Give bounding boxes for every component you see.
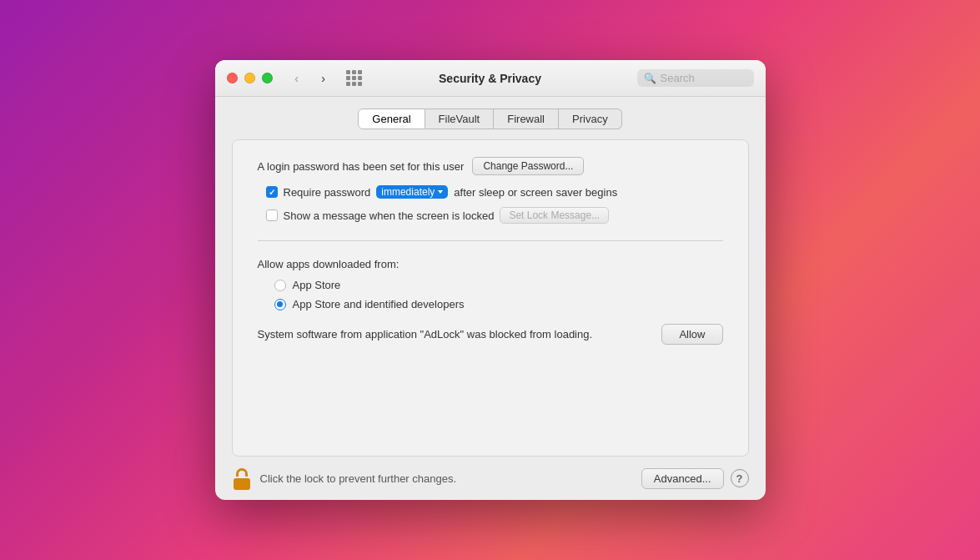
help-button[interactable]: ? (731, 469, 749, 487)
search-placeholder: Search (661, 72, 695, 84)
search-icon: 🔍 (644, 73, 656, 84)
tabs-bar: General FileVault Firewall Privacy (215, 97, 766, 129)
require-password-row: Require password immediately after sleep… (266, 185, 723, 199)
change-password-button[interactable]: Change Password... (472, 157, 584, 175)
nav-buttons: ‹ › (286, 70, 334, 87)
app-store-developers-label: App Store and identified developers (293, 298, 465, 310)
fullscreen-button[interactable] (262, 73, 273, 83)
back-button[interactable]: ‹ (286, 70, 308, 87)
tab-privacy[interactable]: Privacy (559, 108, 622, 129)
immediately-dropdown[interactable]: immediately (376, 185, 448, 199)
minimize-button[interactable] (244, 73, 255, 83)
app-grid-icon[interactable] (346, 70, 362, 86)
advanced-button[interactable]: Advanced... (641, 468, 724, 489)
login-password-section: A login password has been set for this u… (258, 157, 723, 175)
tab-filevault[interactable]: FileVault (425, 108, 495, 129)
titlebar: ‹ › Security & Privacy 🔍 Search (215, 60, 766, 97)
immediately-label: immediately (381, 186, 435, 198)
section-divider (258, 240, 723, 241)
lock-icon[interactable] (232, 467, 252, 490)
app-store-radio-row: App Store (274, 279, 723, 291)
set-lock-message-button: Set Lock Message... (500, 207, 609, 224)
lock-body (234, 478, 250, 490)
allow-button[interactable]: Allow (661, 324, 722, 345)
window-title: Security & Privacy (439, 72, 541, 85)
show-message-row: Show a message when the screen is locked… (266, 207, 723, 224)
content-area: A login password has been set for this u… (232, 139, 749, 457)
require-password-label: Require password (284, 186, 371, 199)
main-window: ‹ › Security & Privacy 🔍 Search General … (215, 60, 766, 500)
tab-firewall[interactable]: Firewall (494, 108, 559, 129)
lock-label: Click the lock to prevent further change… (260, 472, 457, 485)
allow-apps-title: Allow apps downloaded from: (258, 258, 723, 270)
show-message-checkbox[interactable] (266, 209, 278, 221)
blocked-text: System software from application "AdLock… (258, 328, 593, 341)
forward-button[interactable]: › (313, 70, 334, 87)
search-box[interactable]: 🔍 Search (637, 69, 754, 87)
blocked-software-row: System software from application "AdLock… (258, 324, 723, 345)
app-store-developers-radio-row: App Store and identified developers (274, 298, 723, 310)
after-sleep-text: after sleep or screen saver begins (454, 186, 617, 199)
dropdown-arrow-icon (438, 190, 443, 194)
login-password-text: A login password has been set for this u… (258, 160, 465, 173)
show-message-label: Show a message when the screen is locked (284, 209, 495, 222)
tab-general[interactable]: General (358, 108, 425, 129)
allow-apps-section: Allow apps downloaded from: App Store Ap… (258, 258, 723, 310)
lock-shackle (236, 468, 248, 477)
app-store-radio[interactable] (274, 280, 286, 291)
bottom-bar: Click the lock to prevent further change… (215, 457, 766, 500)
app-store-developers-radio[interactable] (274, 299, 286, 310)
app-store-label: App Store (293, 279, 341, 291)
bottom-right-controls: Advanced... ? (641, 468, 749, 489)
close-button[interactable] (227, 73, 238, 83)
require-password-checkbox[interactable] (266, 186, 278, 198)
traffic-lights (227, 73, 273, 83)
